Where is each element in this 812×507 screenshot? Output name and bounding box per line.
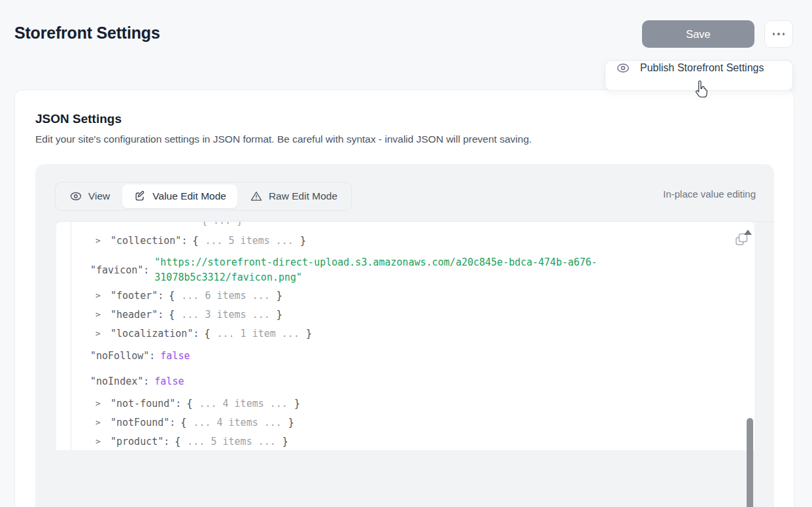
open-brace: { [175,436,180,447]
ellipsis-icon [777,33,780,35]
json-colon: : [149,350,155,362]
chevron-right-icon[interactable]: > [95,309,102,321]
warning-icon [250,190,263,203]
close-brace: } [300,235,306,247]
menu-item-publish-storefront-settings[interactable]: Publish Storefront Settings [605,61,792,75]
json-tree-view: { ... }>"collection":{... 5 items ...}"f… [56,222,754,450]
chevron-right-icon[interactable]: > [95,328,102,340]
json-row-collection: >"collection":{... 5 items ...} [90,235,731,247]
save-button-label: Save [686,28,711,41]
json-row-localization: >"localization":{... 1 item ...} [90,328,731,340]
json-row-not-found: >"not-found":{... 4 items ...} [90,398,731,410]
json-colon: : [158,309,163,321]
json-row-favicon: "favicon":"https://storefront-direct-upl… [90,255,731,285]
open-brace: { [180,417,186,428]
json-row-product: >"product":{... 5 items ...} [90,436,731,447]
json-colon: : [143,264,149,276]
json-colon: : [181,235,187,247]
json-value-string[interactable]: "https://storefront-direct-upload.s3.ama… [154,255,612,285]
json-editor-panel: ViewValue Edit ModeRaw Edit Mode In-plac… [35,164,774,507]
close-brace: } [294,398,300,410]
collapsed-items-count[interactable]: ... 5 items ... [205,235,293,247]
json-key: "footer" [110,290,158,302]
json-key: "product" [110,436,163,447]
close-brace: } [277,309,282,321]
ellipsis-icon [783,33,785,35]
tab-label: View [88,190,110,202]
json-row-noFollow: "noFollow":false [90,350,731,362]
close-brace: } [282,436,288,447]
json-row-noIndex: "noIndex":false [90,376,731,387]
tab-view[interactable]: View [58,184,121,208]
scrollbar-thumb[interactable] [747,418,753,507]
json-value-boolean[interactable]: false [154,376,184,387]
more-options-button[interactable] [764,20,793,48]
json-row-notFound: >"notFound":{... 4 items ...} [90,417,731,428]
close-brace: } [306,328,312,340]
collapsed-items-count[interactable]: ... 4 items ... [199,398,287,410]
menu-item-label: Publish Storefront Settings [640,62,764,74]
clipped-row-preview: { ... } [201,222,243,226]
chevron-right-icon[interactable]: > [95,235,102,247]
json-key: "noIndex" [90,376,143,387]
open-brace: { [169,290,175,302]
json-key: "favicon" [90,264,143,276]
chevron-right-icon[interactable]: > [95,436,102,447]
json-key: "localization" [110,328,193,340]
indent-guide-line [71,222,71,450]
open-brace: { [204,328,210,340]
page-title: Storefront Settings [14,24,160,43]
chevron-right-icon[interactable]: > [95,290,102,302]
json-colon: : [175,398,181,410]
save-button[interactable]: Save [642,20,754,48]
mode-hint-label: In-place value editing [663,188,756,200]
json-row-clipped: { ... } [195,222,731,226]
json-colon: : [163,436,169,447]
json-settings-card: JSON Settings Edit your site's configura… [14,90,794,507]
open-brace: { [192,235,198,247]
storefront-settings-page: Storefront Settings Save Publish Storefr… [0,0,812,507]
open-brace: { [186,398,192,410]
collapsed-items-count[interactable]: ... 3 items ... [181,309,269,321]
json-colon: : [158,290,163,302]
json-colon: : [169,417,175,428]
json-value-boolean[interactable]: false [160,350,190,362]
json-colon: : [193,328,199,340]
json-key: "not-found" [110,398,175,410]
tab-label: Raw Edit Mode [269,190,337,202]
collapsed-items-count[interactable]: ... 1 item ... [217,328,299,340]
eye-icon [69,190,82,203]
json-key: "notFound" [110,417,169,428]
chevron-right-icon[interactable]: > [95,417,102,428]
tab-raw-edit-mode[interactable]: Raw Edit Mode [239,184,348,208]
collapsed-items-count[interactable]: ... 5 items ... [187,436,275,447]
edit-icon [133,190,146,203]
card-title: JSON Settings [35,112,122,126]
collapsed-items-count[interactable]: ... 6 items ... [181,290,269,302]
scroll-up-arrow-icon[interactable] [744,230,752,235]
eye-icon [616,61,630,75]
open-brace: { [169,309,175,321]
editor-mode-tabbar: ViewValue Edit ModeRaw Edit Mode [55,182,352,211]
json-row-footer: >"footer":{... 6 items ...} [90,290,731,302]
json-key: "header" [110,309,158,321]
json-row-header: >"header":{... 3 items ...} [90,309,731,321]
json-colon: : [143,376,149,387]
close-brace: } [288,417,294,428]
collapsed-items-count[interactable]: ... 4 items ... [193,417,281,428]
ellipsis-icon [773,33,775,35]
json-key: "collection" [110,235,181,247]
mouse-cursor-pointer [693,79,711,99]
tab-label: Value Edit Mode [152,190,226,202]
json-rows: { ... }>"collection":{... 5 items ...}"f… [90,222,731,450]
chevron-right-icon[interactable]: > [95,398,102,410]
card-description: Edit your site's configuration settings … [35,133,532,145]
close-brace: } [277,290,282,302]
tab-value-edit-mode[interactable]: Value Edit Mode [122,184,237,208]
json-key: "noFollow" [90,350,149,362]
